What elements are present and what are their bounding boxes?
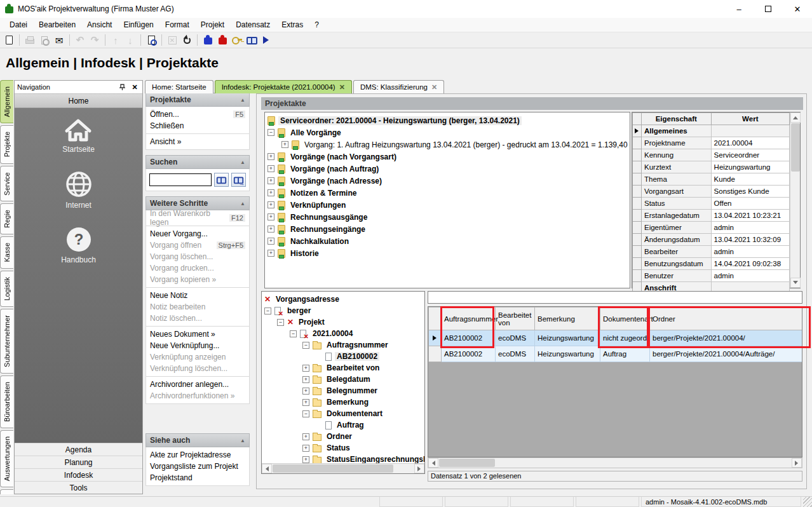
table-cell[interactable]: nicht zugeordnet [600, 330, 650, 346]
props-col-wert[interactable]: Wert [711, 113, 789, 125]
nav-group-header[interactable]: Home [15, 94, 142, 108]
property-name[interactable]: Erstanlagedatum [642, 210, 712, 222]
property-row[interactable]: ThemaKunde [633, 173, 790, 186]
property-name[interactable]: Benutzungsdatum [642, 258, 712, 270]
documents-filter-bar[interactable] [428, 291, 802, 304]
table-cell[interactable]: berger/Projekte/2021.00004/Aufträge/ [650, 346, 803, 362]
property-row[interactable]: Projektname2021.00004 [633, 137, 790, 149]
tree-row[interactable]: +Vorgänge (nach Adresse) [265, 175, 630, 187]
table-hscrollbar[interactable] [428, 457, 802, 468]
expand-icon[interactable]: + [281, 141, 288, 148]
command-item[interactable]: Vorgangsliste zum Projekt [146, 461, 249, 472]
puzzle-red-icon[interactable] [216, 34, 229, 46]
property-value[interactable]: Kunde [711, 173, 789, 186]
command-item[interactable]: Archivordner anlegen... [146, 379, 249, 390]
tab-home[interactable]: Home: Startseite [145, 80, 213, 93]
binoculars-icon[interactable] [245, 34, 258, 46]
property-name[interactable]: Kurztext [642, 161, 712, 173]
tree-row[interactable]: AB2100002 [262, 351, 424, 362]
property-name[interactable]: Eigentümer [642, 222, 712, 234]
tree-row[interactable]: +Bearbeitet von [262, 362, 424, 374]
table-cell[interactable]: Heizungswartung [535, 330, 600, 346]
menu-item[interactable]: Extras [276, 18, 309, 31]
tree-row[interactable]: +Ordner [262, 431, 424, 442]
table-row[interactable]: AB2100002ecoDMSHeizungswartungnicht zuge… [429, 330, 803, 346]
tree-row[interactable]: +Belegdatum [262, 374, 424, 385]
props-scrollbar[interactable] [790, 112, 800, 288]
property-name[interactable]: Thema [642, 173, 712, 186]
table-cell[interactable]: ecoDMS [496, 346, 535, 362]
tree-row[interactable]: +Rechnungseingänge [265, 223, 630, 235]
menu-item[interactable]: Ansicht [81, 18, 118, 31]
command-item[interactable]: Projektstand [146, 472, 249, 483]
tree-row[interactable]: +Vorgang: 1. Auftrag Heizungswartung 13.… [265, 139, 630, 151]
command-group-header[interactable]: Suchen▲ [145, 155, 250, 169]
expand-icon[interactable]: + [267, 177, 274, 184]
tree-row[interactable]: +Bemerkung [262, 396, 424, 408]
sidebar-tab-subunternehmer[interactable]: Subunternehmer [0, 309, 13, 374]
tree-row[interactable]: +Notizen & Termine [265, 187, 630, 199]
property-value[interactable]: admin [711, 246, 789, 258]
tree-row[interactable]: −Alle Vorgänge [265, 126, 630, 139]
menu-item[interactable]: Datei [4, 18, 33, 31]
resize-grip-icon[interactable] [803, 497, 812, 507]
menu-item[interactable]: Datensatz [230, 18, 276, 31]
props-col-eigenschaft[interactable]: Eigenschaft [642, 113, 712, 125]
menu-item[interactable]: ? [309, 18, 325, 31]
scroll-right-icon[interactable] [414, 464, 424, 473]
expand-icon[interactable]: + [267, 153, 274, 160]
property-row[interactable]: StatusOffen [633, 198, 790, 210]
property-row[interactable]: Erstanlagedatum13.04.2021 10:23:21 [633, 210, 790, 222]
menu-item[interactable]: Bearbeiten [33, 18, 81, 31]
table-cell[interactable]: ecoDMS [496, 330, 535, 346]
property-value[interactable]: admin [711, 222, 789, 234]
property-value[interactable]: Heizungswartung [711, 161, 789, 173]
expand-icon[interactable]: + [267, 165, 274, 172]
command-group-header[interactable]: Weitere Schritte▲ [145, 196, 250, 210]
collapse-icon[interactable]: ▲ [240, 97, 245, 103]
pin-icon[interactable] [119, 84, 130, 91]
scrollbar-thumb[interactable] [791, 123, 800, 172]
tree-row[interactable]: +Rechnungsausgänge [265, 211, 630, 223]
sidebar-tab-stammdaten[interactable]: Stammdaten [0, 489, 13, 494]
tree-row[interactable]: −✕Projekt [262, 316, 424, 328]
table-cell[interactable]: Auftrag [600, 346, 650, 362]
tree-row[interactable]: +Historie [265, 247, 630, 259]
tree-row[interactable]: +StatusEingangsrechnungsI [262, 454, 424, 463]
scroll-down-icon[interactable] [790, 278, 801, 288]
property-value[interactable]: 2021.00004 [711, 137, 789, 149]
refresh-icon[interactable] [180, 34, 193, 46]
tree-row[interactable]: +Belegnummer [262, 385, 424, 396]
table-cell[interactable]: AB2100002 [442, 330, 496, 346]
nav-shortcut-handbuch[interactable]: ?Handbuch [61, 226, 96, 264]
tab-close-icon[interactable]: ✕ [431, 83, 437, 91]
search-input[interactable] [149, 173, 212, 186]
command-group-header[interactable]: Projektakte▲ [145, 93, 250, 107]
col-header-dokumentenart[interactable]: Dokumentenart [600, 308, 650, 330]
close-button[interactable]: ✕ [783, 0, 812, 18]
property-value[interactable]: Serviceordner [711, 149, 789, 161]
tree-row[interactable]: Auftrag [262, 419, 424, 431]
command-item[interactable]: Neues Dokument » [146, 328, 249, 340]
property-name[interactable]: Kennung [642, 149, 712, 161]
property-value[interactable]: 14.04.2021 09:02:38 [711, 258, 789, 270]
nav-shortcut-internet[interactable]: Internet [65, 170, 93, 210]
sidebar-tab-allgemein[interactable]: Allgemein [0, 80, 13, 123]
expand-icon[interactable]: + [302, 376, 309, 383]
table-cell[interactable]: AB2100002 [442, 346, 496, 362]
tab-close-icon[interactable]: ✕ [339, 83, 345, 91]
tree-row[interactable]: +Status [262, 442, 424, 454]
command-item[interactable]: Neue Verknüpfung... [146, 340, 249, 351]
tree-row[interactable]: −Dokumentenart [262, 408, 424, 419]
expand-icon[interactable]: + [267, 189, 274, 196]
row-selector[interactable] [429, 330, 442, 346]
property-value[interactable]: 13.04.2021 10:23:21 [711, 210, 789, 222]
menu-item[interactable]: Einfügen [118, 18, 159, 31]
collapse-icon[interactable]: ▲ [240, 159, 245, 165]
collapse-icon[interactable]: ▲ [240, 201, 245, 206]
table-row[interactable]: AB2100002ecoDMSHeizungswartungAuftragber… [429, 346, 803, 362]
expand-icon[interactable]: + [302, 399, 309, 406]
command-item[interactable]: Neuer Vorgang... [146, 228, 249, 240]
collapse-icon[interactable]: − [302, 410, 309, 417]
tree-row[interactable]: −2021.00004 [262, 328, 424, 339]
